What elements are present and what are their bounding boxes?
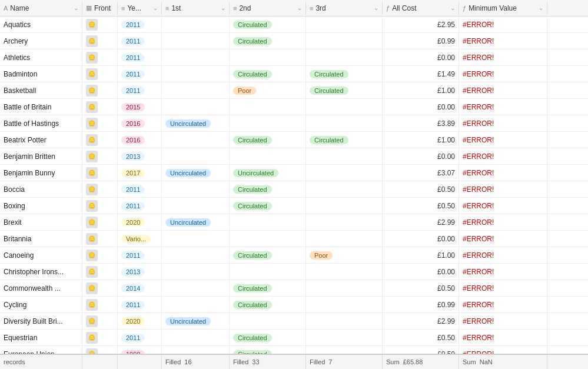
cell-2nd — [230, 313, 306, 329]
cell-3rd — [306, 148, 383, 164]
cell-minval: #ERROR! — [459, 313, 547, 329]
cell-minval: #ERROR! — [459, 148, 547, 164]
coin-icon: 🪙 — [86, 250, 98, 261]
sort-icon: ⌄ — [539, 5, 543, 11]
header-front[interactable]: ▦ Front — [82, 2, 118, 15]
error-value: #ERROR! — [463, 119, 494, 128]
cell-1st — [162, 297, 230, 313]
error-value: #ERROR! — [463, 218, 494, 227]
cell-front: 🪙 — [82, 49, 118, 65]
header-2nd[interactable]: ≡ 2nd ⌄ — [230, 2, 306, 15]
table-row[interactable]: Battle of Hastings 🪙 2016 Uncirculated £… — [0, 115, 588, 132]
year-value: 2015 — [121, 103, 145, 111]
cell-3rd: Poor — [306, 247, 383, 263]
table-row[interactable]: Battle of Britain 🪙 2015 £0.00 #ERROR! — [0, 99, 588, 115]
cell-1st — [162, 280, 230, 296]
year-value: 2013 — [121, 268, 145, 276]
year-value: 2016 — [121, 136, 145, 144]
cell-2nd — [230, 264, 306, 280]
cell-2nd: Circulated — [230, 198, 306, 214]
badge-2nd: Circulated — [233, 251, 272, 260]
image-icon: ▦ — [86, 4, 92, 12]
table-row[interactable]: Aquatics 🪙 2011 Circulated £2.95 #ERROR! — [0, 16, 588, 33]
cell-allcost: £0.00 — [383, 231, 459, 247]
cost-value: £3.07 — [437, 169, 455, 177]
year-value: 2013 — [121, 152, 145, 161]
header-3rd[interactable]: ≡ 3rd ⌄ — [306, 2, 383, 15]
error-value: #ERROR! — [463, 37, 494, 45]
coin-icon: 🪙 — [86, 217, 98, 228]
table-row[interactable]: Benjamin Britten 🪙 2013 £0.00 #ERROR! — [0, 148, 588, 165]
cell-minval: #ERROR! — [459, 33, 547, 49]
cell-2nd: Circulated — [230, 66, 306, 82]
cell-front: 🪙 — [82, 16, 118, 32]
cell-name: Basketball — [0, 82, 82, 98]
table-row[interactable]: Benjamin Bunny 🪙 2017 Uncirculated Uncir… — [0, 165, 588, 181]
table-row[interactable]: Boccia 🪙 2011 Circulated £0.50 #ERROR! — [0, 181, 588, 198]
cell-name: Beatrix Potter — [0, 132, 82, 148]
cell-year: 2016 — [118, 115, 162, 131]
cell-year: 2011 — [118, 49, 162, 65]
cell-front: 🪙 — [82, 132, 118, 148]
table-row[interactable]: Canoeing 🪙 2011 Circulated Poor £1.00 #E… — [0, 247, 588, 264]
cell-front: 🪙 — [82, 264, 118, 280]
table-row[interactable]: Britannia 🪙 Vario... £0.00 #ERROR! — [0, 231, 588, 247]
coin-icon: 🪙 — [86, 233, 98, 245]
cell-minval: #ERROR! — [459, 231, 547, 247]
cell-1st — [162, 346, 230, 354]
table-row[interactable]: Archery 🪙 2011 Circulated £0.99 #ERROR! — [0, 33, 588, 49]
table-row[interactable]: Badminton 🪙 2011 Circulated Circulated £… — [0, 66, 588, 82]
cell-name: Benjamin Bunny — [0, 165, 82, 181]
table-row[interactable]: Basketball 🪙 2011 Poor Circulated £1.00 … — [0, 82, 588, 99]
cell-3rd — [306, 330, 383, 345]
cell-3rd — [306, 313, 383, 329]
cell-front: 🪙 — [82, 214, 118, 230]
cell-allcost: £0.50 — [383, 330, 459, 345]
cell-2nd — [230, 99, 306, 115]
cell-minval: #ERROR! — [459, 181, 547, 197]
cell-3rd — [306, 346, 383, 354]
year-value: 2011 — [121, 21, 145, 29]
header-minval[interactable]: ƒ Minimum Value ⌄ — [459, 2, 547, 15]
table-row[interactable]: Christopher Irons... 🪙 2013 £0.00 #ERROR… — [0, 264, 588, 280]
header-name[interactable]: A Name ⌄ — [0, 2, 82, 15]
error-value: #ERROR! — [463, 103, 494, 111]
cost-value: £1.00 — [437, 87, 455, 95]
header-1st[interactable]: ≡ 1st ⌄ — [162, 2, 230, 15]
cell-year: 2013 — [118, 264, 162, 280]
table-row[interactable]: Athletics 🪙 2011 £0.00 #ERROR! — [0, 49, 588, 66]
cost-value: £0.50 — [437, 185, 455, 194]
table-row[interactable]: Brexit 🪙 2020 Uncirculated £2.99 #ERROR! — [0, 214, 588, 231]
table-row[interactable]: Beatrix Potter 🪙 2016 Circulated Circula… — [0, 132, 588, 148]
list-icon: ≡ — [310, 5, 313, 12]
spreadsheet-table: A Name ⌄ ▦ Front ≡ Ye... ⌄ ≡ 1st ⌄ ≡ 2nd… — [0, 0, 588, 369]
cell-2nd — [230, 214, 306, 230]
cell-2nd: Circulated — [230, 346, 306, 354]
cell-front: 🪙 — [82, 115, 118, 131]
badge-3rd: Circulated — [310, 70, 348, 78]
header-year[interactable]: ≡ Ye... ⌄ — [118, 2, 162, 15]
cost-value: £1.49 — [437, 70, 455, 78]
badge-1st: Uncirculated — [165, 119, 211, 128]
cell-name: Commonwealth ... — [0, 280, 82, 296]
cell-year: 2011 — [118, 297, 162, 313]
cell-name: Brexit — [0, 214, 82, 230]
badge-1st: Uncirculated — [165, 317, 211, 325]
cell-front: 🪙 — [82, 297, 118, 313]
cell-front: 🪙 — [82, 82, 118, 98]
table-row[interactable]: Cycling 🪙 2011 Circulated £0.99 #ERROR! — [0, 297, 588, 313]
cost-value: £2.99 — [437, 218, 455, 227]
table-row[interactable]: Diversity Built Bri... 🪙 2020 Uncirculat… — [0, 313, 588, 330]
coin-icon: 🪙 — [86, 118, 98, 129]
error-value: #ERROR! — [463, 202, 494, 210]
footer-sum-cost: Sum £65.88 — [383, 355, 459, 369]
table-row[interactable]: Commonwealth ... 🪙 2014 Circulated £0.50… — [0, 280, 588, 297]
year-value: 2020 — [121, 218, 145, 227]
table-row[interactable]: Boxing 🪙 2011 Circulated £0.50 #ERROR! — [0, 198, 588, 214]
table-row[interactable]: Equestrian 🪙 2011 Circulated £0.50 #ERRO… — [0, 330, 588, 346]
coin-icon: 🪙 — [86, 85, 98, 97]
badge-3rd: Poor — [310, 251, 333, 260]
header-allcost[interactable]: ƒ All Cost ⌄ — [383, 2, 459, 15]
table-row[interactable]: European Union 🪙 1998 Circulated £0.50 #… — [0, 346, 588, 354]
cost-value: £0.00 — [437, 54, 455, 62]
